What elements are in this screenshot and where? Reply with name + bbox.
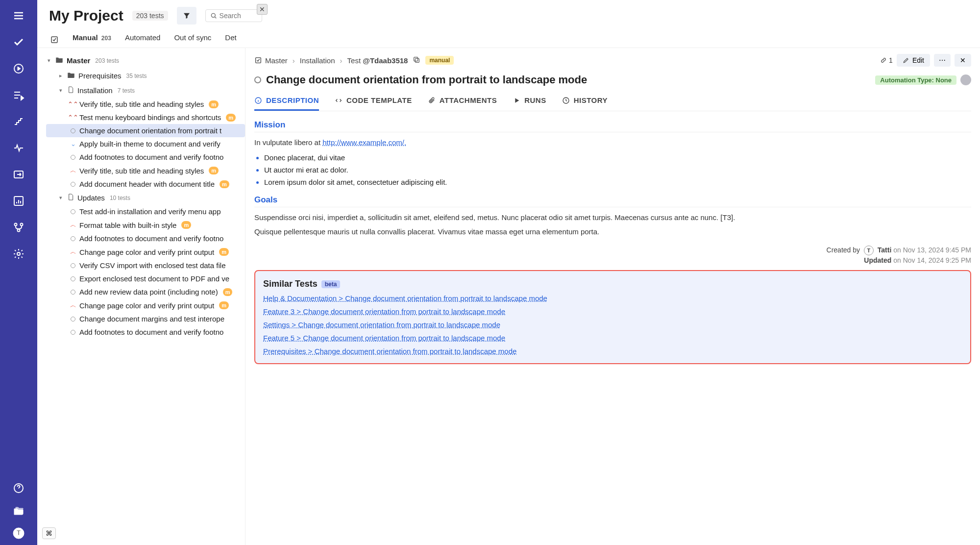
tree-test-item[interactable]: Add new review data point (including not… — [46, 285, 245, 298]
copy-icon[interactable] — [413, 56, 420, 65]
tab-automated[interactable]: Automated — [125, 33, 161, 48]
manual-badge: manual — [425, 56, 454, 65]
link-count[interactable]: 1 — [880, 56, 893, 64]
tree-test-item[interactable]: ︿Format table with built-in stylem — [46, 218, 245, 232]
tree-test-item[interactable]: Add footnotes to document and verify foo… — [46, 232, 245, 245]
tree-test-item[interactable]: ︿Verify title, sub title and heading sty… — [46, 164, 245, 177]
avatar-chip: T — [864, 246, 874, 255]
top-header: My Project 203 tests ✕ — [37, 0, 980, 27]
mission-bullets: Donec placerat, dui vitaeUt auctor mi er… — [264, 153, 971, 186]
manual-chip: m — [226, 114, 236, 122]
gear-icon[interactable] — [13, 248, 24, 260]
tree-test-item[interactable]: Export enclosed test document to PDF and… — [46, 272, 245, 285]
external-link[interactable]: http://www.example.com/. — [322, 138, 406, 147]
tab-det[interactable]: Det — [225, 33, 236, 48]
manual-chip: m — [220, 180, 229, 188]
tab-outofsync[interactable]: Out of sync — [174, 33, 211, 48]
code-icon — [335, 97, 343, 104]
search-clear-button[interactable]: ✕ — [257, 4, 268, 15]
play-circle-icon[interactable] — [13, 63, 24, 74]
similar-tests-card: Similar Testsbeta Help & Documentation >… — [254, 270, 971, 364]
svg-point-6 — [17, 252, 20, 255]
tree-node-prerequisites[interactable]: ▸ Prerequisites 35 tests — [46, 68, 245, 83]
chart-icon[interactable] — [13, 195, 24, 207]
link-icon — [880, 57, 887, 64]
tree-test-item[interactable]: ⌃⌃Test menu keyboard bindings and shortc… — [46, 111, 245, 124]
svg-rect-13 — [416, 58, 419, 62]
edit-button[interactable]: Edit — [897, 54, 930, 67]
tab-runs[interactable]: RUNS — [513, 96, 546, 111]
avatar[interactable] — [960, 74, 971, 85]
tree-test-item[interactable]: ︿Change page color and verify print outp… — [46, 298, 245, 312]
tree-test-item[interactable]: Add document header with document titlem — [46, 177, 245, 191]
manual-chip: m — [223, 288, 233, 296]
tree-test-item[interactable]: Add footnotes to document and verify foo… — [46, 325, 245, 339]
tree-test-item[interactable]: ︿Change page color and verify print outp… — [46, 245, 245, 259]
tab-attachments[interactable]: ATTACHMENTS — [428, 96, 497, 111]
search-input[interactable] — [220, 12, 249, 20]
similar-test-link[interactable]: Feature 5 > Change document orientation … — [263, 334, 962, 342]
file-icon — [67, 193, 74, 202]
svg-point-10 — [211, 13, 215, 17]
paperclip-icon — [428, 97, 436, 104]
similar-test-link[interactable]: Settings > Change document orientation f… — [263, 321, 962, 329]
similar-test-link[interactable]: Help & Documentation > Change document o… — [263, 294, 962, 302]
tree-test-item[interactable]: Change document orientation from portrai… — [46, 124, 245, 137]
tree-test-item[interactable]: ⌃⌃Verify title, sub title and heading st… — [46, 98, 245, 111]
section-mission: Mission — [254, 120, 971, 132]
meta-updated: Updated on Nov 14, 2024 9:25 PM — [254, 256, 971, 264]
info-icon — [254, 97, 262, 104]
folders-icon[interactable] — [13, 505, 24, 517]
file-icon — [67, 86, 74, 95]
manual-chip: m — [209, 100, 219, 108]
tree-test-item[interactable]: Test add-in installation and verify menu… — [46, 205, 245, 218]
tree-test-item[interactable]: Verify CSV import with enclosed test dat… — [46, 259, 245, 272]
status-circle-icon — [254, 76, 261, 83]
manual-chip: m — [219, 248, 229, 256]
svg-point-4 — [21, 223, 23, 226]
logo-icon[interactable]: T — [13, 527, 24, 539]
manual-chip: m — [209, 167, 219, 174]
chevron-down-icon: ▾ — [58, 87, 64, 94]
close-button[interactable]: ✕ — [955, 54, 971, 67]
stairs-icon[interactable] — [13, 116, 24, 127]
help-icon[interactable] — [13, 482, 24, 494]
history-icon — [562, 97, 570, 104]
import-icon[interactable] — [13, 169, 24, 180]
tree-collapse-icon[interactable] — [50, 35, 59, 46]
pulse-icon[interactable] — [13, 142, 24, 154]
search-box[interactable]: ✕ — [205, 9, 262, 22]
breadcrumb: Master › Installation › Test @Tdaab3518 … — [254, 54, 971, 67]
tab-description[interactable]: DESCRIPTION — [254, 96, 319, 111]
tree-test-item[interactable]: Change document margins and test interop… — [46, 312, 245, 325]
play-icon — [513, 97, 520, 104]
tab-manual[interactable]: Manual 203 — [73, 33, 111, 48]
category-tabs: Manual 203 Automated Out of sync Det — [37, 27, 980, 48]
check-icon[interactable] — [13, 36, 24, 48]
check-square-icon — [254, 56, 262, 64]
detail-tabs: DESCRIPTION CODE TEMPLATE ATTACHMENTS RU… — [254, 96, 971, 111]
hamburger-icon[interactable] — [13, 10, 24, 22]
cmd-key-hint[interactable]: ⌘ — [42, 527, 56, 539]
test-tree: ▾ Master 203 tests ▸ Prerequisites 35 te… — [37, 48, 245, 545]
chevron-right-icon: ▸ — [58, 73, 64, 79]
tree-node-master[interactable]: ▾ Master 203 tests — [46, 53, 245, 68]
tree-test-item[interactable]: ⌄Apply built-in theme to document and ve… — [46, 137, 245, 150]
manual-chip: m — [181, 221, 191, 229]
detail-panel: Master › Installation › Test @Tdaab3518 … — [245, 48, 980, 545]
test-title: Change document orientation from portrai… — [254, 74, 587, 86]
similar-test-link[interactable]: Feature 3 > Change document orientation … — [263, 307, 962, 316]
playlist-icon[interactable] — [13, 89, 24, 101]
more-button[interactable]: ⋯ — [934, 54, 951, 67]
tree-node-updates[interactable]: ▾ Updates 10 tests — [46, 191, 245, 205]
filter-button[interactable] — [177, 7, 196, 25]
branch-icon[interactable] — [13, 222, 24, 233]
tree-test-item[interactable]: Add footnotes to document and verify foo… — [46, 150, 245, 164]
tab-history[interactable]: HISTORY — [562, 96, 608, 111]
tree-node-installation[interactable]: ▾ Installation 7 tests — [46, 83, 245, 98]
tab-code-template[interactable]: CODE TEMPLATE — [335, 96, 412, 111]
svg-point-5 — [18, 229, 20, 232]
similar-test-link[interactable]: Prerequisites > Change document orientat… — [263, 347, 962, 355]
folder-icon — [67, 71, 75, 81]
chevron-down-icon: ▾ — [58, 195, 64, 201]
